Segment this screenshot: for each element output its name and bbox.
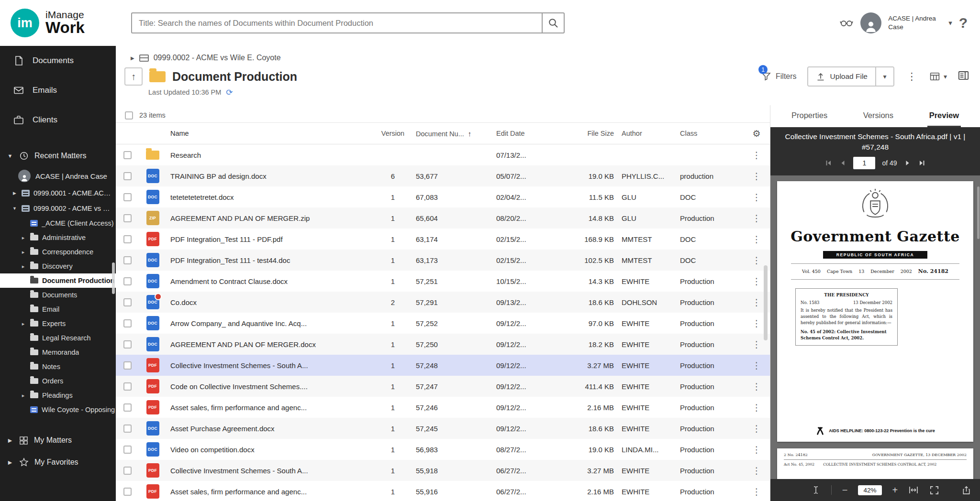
row-menu-kebab-icon[interactable]: ⋮ (743, 444, 770, 455)
select-all-checkbox[interactable] (125, 111, 133, 120)
export-button[interactable] (961, 485, 971, 495)
row-menu-kebab-icon[interactable]: ⋮ (743, 423, 770, 434)
document-row[interactable]: DOC Arrow Company_ and Aquantive Inc. Ac… (116, 313, 770, 334)
row-checkbox[interactable] (123, 172, 132, 180)
sidebar-folder-item[interactable]: Documents (0, 288, 116, 302)
document-name[interactable]: AGREEMENT AND PLAN OF MERGER.docx (167, 340, 374, 349)
page-number-input[interactable] (853, 157, 875, 169)
sidebar-user-item[interactable]: ACASE | Andrea Case (0, 166, 116, 185)
panel-scrollbar[interactable] (977, 186, 980, 239)
collapse-triangle-icon[interactable]: ▼ (7, 153, 13, 159)
collapse-triangle-icon[interactable]: ▼ (11, 206, 18, 211)
sidebar-folder-item[interactable]: Orders (0, 374, 116, 388)
upload-options-dropdown[interactable]: ▾ (875, 67, 893, 86)
expand-chevron-icon[interactable]: ▸ (20, 392, 26, 399)
sidebar-folder-item[interactable]: Email (0, 302, 116, 316)
row-checkbox[interactable] (123, 403, 132, 412)
document-row[interactable]: DOC Amendment to Contract Clause.docx 1 … (116, 271, 770, 292)
row-menu-kebab-icon[interactable]: ⋮ (743, 192, 770, 203)
document-row[interactable]: DOC tetetetetetretet.docx 1 67,083 02/04… (116, 186, 770, 207)
row-checkbox[interactable] (123, 446, 132, 454)
row-checkbox[interactable] (123, 151, 132, 159)
sidebar-matter-0999-0001[interactable]: ▶ 0999.0001 - ACME.ACME M... (0, 185, 116, 201)
recent-matters-section[interactable]: ▼ Recent Matters (0, 145, 116, 166)
column-header-file-size[interactable]: File Size (564, 130, 618, 137)
sidebar-folder-item[interactable]: _ACME (Client Access) (0, 216, 116, 230)
zoom-level[interactable]: 42% (858, 485, 881, 495)
more-actions-kebab-icon[interactable]: ⋮ (905, 71, 919, 82)
row-checkbox[interactable] (123, 193, 132, 201)
breadcrumb-expand-icon[interactable]: ▶ (131, 55, 134, 61)
sidebar-scrollbar[interactable] (112, 262, 115, 294)
document-row[interactable]: PDF Collective Investment Schemes - Sout… (116, 355, 770, 376)
sidebar-folder-item[interactable]: Memoranda (0, 345, 116, 359)
document-name[interactable]: Code on Collective Investment Schemes...… (167, 382, 374, 391)
text-select-icon[interactable] (811, 485, 821, 495)
view-selector-button[interactable]: ▾ (929, 71, 947, 82)
document-name[interactable]: Collective Investment Schemes - South A.… (167, 467, 374, 475)
sidebar-folder-item[interactable]: ▸ Experts (0, 316, 116, 331)
my-matters-section[interactable]: ▶ My Matters (0, 429, 116, 451)
document-name[interactable]: Amendment to Contract Clause.docx (167, 277, 374, 285)
document-name[interactable]: Arrow Company_ and Aquantive Inc. Acq... (167, 319, 374, 327)
sidebar-item-emails[interactable]: Emails (0, 76, 116, 105)
row-checkbox[interactable] (123, 361, 132, 370)
column-header-class[interactable]: Class (676, 130, 743, 137)
document-name[interactable]: Research (167, 151, 374, 159)
filters-button[interactable]: 1 Filters (761, 71, 797, 82)
document-row[interactable]: DOC PDF Integration_Test 111 - test44.do… (116, 250, 770, 271)
fit-width-button[interactable] (908, 485, 919, 495)
row-menu-kebab-icon[interactable]: ⋮ (743, 360, 770, 371)
document-row[interactable]: PDF Asset sales, firm performance and ag… (116, 481, 770, 501)
row-checkbox[interactable] (123, 425, 132, 433)
sidebar-folder-item[interactable]: Legal Research (0, 331, 116, 345)
sidebar-folder-item[interactable]: ▸ Pleadings (0, 388, 116, 403)
expand-chevron-icon[interactable]: ▸ (20, 235, 26, 241)
row-checkbox[interactable] (123, 277, 132, 285)
row-menu-kebab-icon[interactable]: ⋮ (743, 255, 770, 266)
document-row[interactable]: DOC AGREEMENT AND PLAN OF MERGER.docx 1 … (116, 334, 770, 355)
help-icon[interactable]: ? (959, 15, 968, 31)
row-checkbox[interactable] (123, 214, 132, 222)
row-checkbox[interactable] (123, 467, 132, 475)
row-menu-kebab-icon[interactable]: ⋮ (743, 150, 770, 161)
row-menu-kebab-icon[interactable]: ⋮ (743, 234, 770, 245)
my-favorites-section[interactable]: ▶ My Favorites (0, 451, 116, 473)
user-avatar[interactable] (860, 12, 881, 33)
row-menu-kebab-icon[interactable]: ⋮ (743, 381, 770, 392)
document-row[interactable]: PDF PDF Integration_Test 111 - PDF.pdf 1… (116, 229, 770, 250)
row-checkbox[interactable] (123, 298, 132, 306)
upload-file-button[interactable]: Upload File (808, 67, 875, 86)
column-header-document-number[interactable]: Document Nu...↑ (412, 130, 492, 138)
sidebar-matter-0999-0002[interactable]: ▼ 0999.0002 - ACME vs Wile (0, 201, 116, 216)
search-button[interactable] (542, 12, 565, 33)
previous-page-button[interactable] (839, 159, 846, 167)
document-row[interactable]: DOC Co.docx 2 57,291 09/13/2... 18.6 KB … (116, 292, 770, 313)
last-page-button[interactable] (918, 159, 926, 167)
zoom-out-button[interactable]: − (842, 485, 848, 496)
row-checkbox[interactable] (123, 340, 132, 349)
expand-chevron-icon[interactable]: ▸ (20, 249, 26, 255)
document-row[interactable]: PDF Collective Investment Schemes - Sout… (116, 460, 770, 481)
first-page-button[interactable] (824, 159, 832, 167)
document-name[interactable]: Video on competition.docx (167, 446, 374, 454)
refresh-icon[interactable]: ⟳ (226, 87, 233, 98)
document-name[interactable]: TRAINING BP ad design.docx (167, 172, 374, 180)
document-name[interactable]: Co.docx (167, 298, 374, 306)
document-row[interactable]: PDF Asset sales, firm performance and ag… (116, 397, 770, 418)
document-row[interactable]: DOC Asset Purchase Agreement.docx 1 57,2… (116, 418, 770, 439)
row-menu-kebab-icon[interactable]: ⋮ (743, 213, 770, 224)
document-name[interactable]: AGREEMENT AND PLAN OF MERGER.zip (167, 214, 374, 222)
row-menu-kebab-icon[interactable]: ⋮ (743, 465, 770, 476)
column-header-version[interactable]: Version (374, 130, 412, 137)
expand-triangle-icon[interactable]: ▶ (7, 437, 13, 444)
row-checkbox[interactable] (123, 319, 132, 327)
glasses-icon[interactable] (839, 18, 854, 28)
row-checkbox[interactable] (123, 235, 132, 243)
document-name[interactable]: Asset sales, firm performance and agenc.… (167, 403, 374, 412)
expand-chevron-icon[interactable]: ▸ (20, 263, 26, 270)
fullscreen-button[interactable] (929, 485, 939, 495)
row-checkbox[interactable] (123, 488, 132, 496)
sidebar-folder-item[interactable]: Document Production (0, 273, 116, 288)
document-name[interactable]: PDF Integration_Test 111 - test44.doc (167, 256, 374, 264)
